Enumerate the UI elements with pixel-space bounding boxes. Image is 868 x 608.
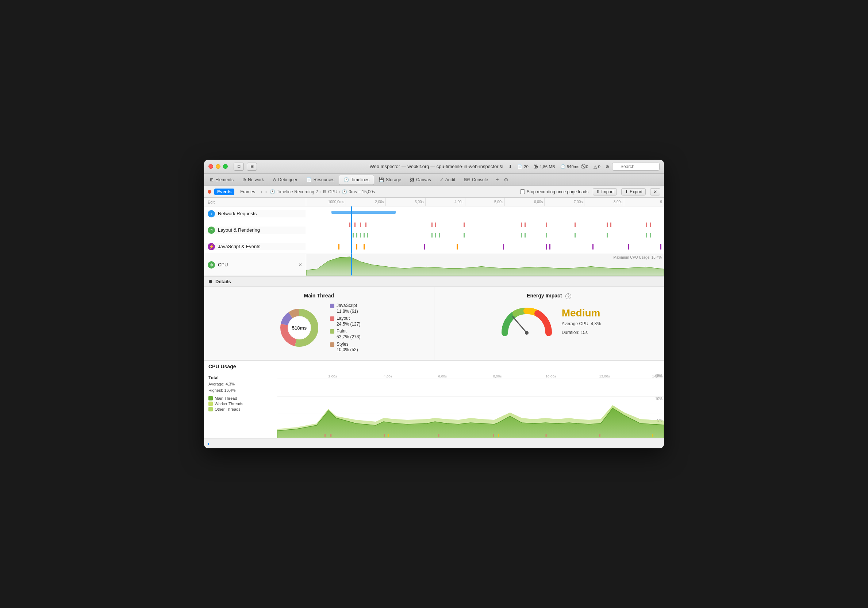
timeline-row-js: ⚡ JavaScript & Events [204, 239, 664, 254]
layout-mark-g9 [463, 233, 465, 238]
timeline-row-layout: ⟳ Layout & Rendering [204, 221, 664, 239]
cpu-usage-body: Total Average: 4,3% Highest: 16,4% Main … [204, 372, 664, 438]
cursor-line-layout [351, 221, 352, 239]
timeline-ruler: 1000,0ms 2,00s 3,00s 4,00s 5,00s 6,00s 7… [306, 197, 664, 206]
svg-rect-26 [498, 434, 499, 437]
settings-button[interactable]: ⚙ [502, 176, 511, 184]
layout-mark-r14 [646, 222, 647, 227]
crosshair-button[interactable]: ⊕ [606, 164, 609, 169]
titlebar-right: ↻ ⬇ 📄 20 🗜 4,86 MB 🕐 540ms [500, 163, 660, 171]
svg-rect-27 [546, 434, 547, 437]
layout-toggle-button[interactable]: ⊟ [247, 163, 257, 171]
timeline-row-cpu: ⊕ CPU ✕ Maximum CPU Usage: 16,4% [204, 254, 664, 276]
cursor-line [351, 207, 352, 221]
tab-resources[interactable]: 📄 Resources [302, 175, 339, 185]
js-mark-o3 [364, 244, 365, 250]
details-body: Main Thread [204, 287, 664, 360]
clear-button[interactable]: ✕ [650, 188, 660, 196]
download-button[interactable]: ⬇ [508, 164, 512, 169]
stop-recording-checkbox[interactable] [520, 189, 525, 194]
import-button[interactable]: ⬆ Import [593, 188, 617, 196]
cpu-usage-header: CPU Usage [204, 361, 664, 372]
js-row-text: JavaScript & Events [218, 244, 260, 249]
tab-console[interactable]: ⌨ Console [460, 175, 492, 185]
cpu-row-close[interactable]: ✕ [298, 262, 302, 267]
debugger-icon: ⊙ [273, 177, 276, 182]
main-thread-panel: Main Thread [204, 287, 434, 360]
legend-text-styles: Styles 10,0% (52) [336, 342, 358, 353]
legend-other-threads: Other Threads [208, 407, 272, 411]
layout-row-content[interactable] [306, 221, 664, 239]
minimize-button[interactable] [216, 164, 220, 169]
legend-item-styles: Styles 10,0% (52) [330, 342, 360, 353]
layout-mark-r5 [431, 222, 432, 227]
download-icon: ⬇ [508, 164, 512, 169]
layout-row-label: ⟳ Layout & Rendering [204, 227, 306, 234]
search-input[interactable] [612, 163, 660, 171]
layout-mark-g12 [546, 233, 547, 238]
network-row-label: ↕ Network Requests [204, 210, 306, 218]
breadcrumb: 🕐 Timeline Recording 2 › 🖥 CPU › 🕐 0ms –… [270, 189, 375, 194]
js-mark-p2 [503, 244, 504, 250]
gauge-wrap: Medium Average CPU: 4,3% Duration: 15s [498, 304, 601, 340]
cpu-usage-chart[interactable]: 15% 10% 5% 2,00s 4,00s 6,00s 8,00s 10,00… [277, 372, 664, 438]
tab-elements[interactable]: ⊞ Elements [206, 175, 238, 185]
layout-mark-g11 [524, 233, 525, 238]
tab-audit[interactable]: ✓ Audit [436, 175, 460, 185]
sidebar-toggle-button[interactable]: ⊡ [234, 163, 244, 171]
svg-rect-28 [599, 434, 600, 437]
svg-rect-25 [493, 434, 494, 437]
layout-mark-r4 [365, 222, 366, 227]
svg-rect-23 [388, 434, 389, 437]
cpu-row-content[interactable]: Maximum CPU Usage: 16,4% [306, 254, 664, 275]
maximize-button[interactable] [223, 164, 228, 169]
tab-debugger[interactable]: ⊙ Debugger [268, 175, 302, 185]
network-icon: ⊕ [242, 177, 246, 182]
timeline-ruler-header: Edit 1000,0ms 2,00s 3,00s 4,00s 5,00s 6,… [204, 197, 664, 207]
layout-mark-r7 [463, 222, 465, 227]
cursor-line-js [351, 239, 352, 253]
close-button[interactable] [208, 164, 213, 169]
tick-1000ms: 1000,0ms [306, 197, 346, 206]
tab-timelines[interactable]: 🕐 Timelines [339, 175, 374, 185]
events-button[interactable]: Events [214, 188, 234, 195]
js-row-content[interactable] [306, 239, 664, 253]
layout-mark-r13 [610, 222, 611, 227]
add-tab-button[interactable]: + [493, 175, 501, 185]
time-icon: 🕐 [560, 164, 566, 169]
recording-indicator [208, 190, 211, 194]
status-bar: ↻ ⬇ 📄 20 🗜 4,86 MB 🕐 540ms [500, 164, 609, 169]
js-mark-p5 [592, 244, 594, 250]
next-recording-button[interactable]: › [265, 189, 267, 194]
energy-average-cpu: Average CPU: 4,3% [562, 320, 601, 327]
breadcrumb-range: 0ms – 15,00s [349, 189, 375, 194]
layout-mark-g10 [521, 233, 522, 238]
cpu-mini-chart [306, 254, 664, 275]
prev-recording-button[interactable]: ‹ [261, 189, 262, 194]
legend-text-layout: Layout 24,5% (127) [336, 316, 360, 327]
js-mark-o1 [338, 244, 339, 250]
timeline-row-network: ↕ Network Requests [204, 207, 664, 221]
breadcrumb-cpu[interactable]: CPU [328, 189, 337, 194]
reload-button[interactable]: ↻ [500, 164, 503, 169]
recording-bar: Events Frames ‹ › 🕐 Timeline Recording 2… [204, 186, 664, 197]
breadcrumb-recording[interactable]: Timeline Recording 2 [277, 189, 318, 194]
tab-canvas[interactable]: 🖼 Canvas [406, 175, 436, 185]
energy-help-icon[interactable]: ? [566, 293, 571, 299]
expand-console-button[interactable]: › [208, 441, 209, 446]
details-icon: ⊕ [208, 279, 212, 284]
main-thread-legend: JavaScript 11,8% (61) Layout 24,5% (127) [330, 303, 360, 353]
tab-network[interactable]: ⊕ Network [238, 175, 268, 185]
export-button[interactable]: ⬆ Export [621, 188, 646, 196]
storage-icon: 💾 [378, 177, 384, 182]
stop-recording-option[interactable]: Stop recording once page loads [520, 189, 588, 194]
svg-text:8,00s: 8,00s [493, 375, 502, 378]
network-row-content[interactable] [306, 207, 664, 221]
tab-storage[interactable]: 💾 Storage [374, 175, 406, 185]
svg-rect-24 [438, 434, 439, 437]
cpu-average: Average: 4,3% [208, 381, 272, 387]
layout-mark-r15 [650, 222, 651, 227]
tick-7s: 7,00s [545, 197, 584, 206]
frames-button[interactable]: Frames [237, 188, 258, 195]
svg-text:14,00s: 14,00s [652, 375, 663, 378]
